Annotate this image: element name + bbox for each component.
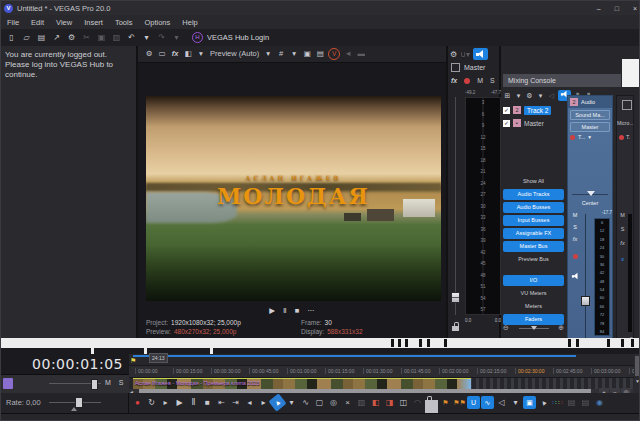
trim-end-button[interactable]: ◨ [383, 396, 396, 409]
view-audio-busses[interactable]: Audio Busses [503, 202, 564, 213]
vegas-hub-login-button[interactable]: H VEGAS Hub Login [192, 32, 269, 43]
track-solo-button[interactable]: S [119, 379, 124, 386]
normal-edit-tool-button[interactable]: ▲ [268, 393, 286, 411]
menu-item[interactable]: Tools [109, 18, 139, 27]
project-properties-icon[interactable]: ⚙ [144, 48, 154, 60]
mixer-zoom-slider[interactable] [519, 328, 549, 329]
view-show-all[interactable]: Show All [503, 176, 564, 187]
undo-dropdown-icon[interactable]: ▾ [139, 31, 154, 44]
u-panel-button[interactable]: U [467, 396, 480, 409]
preview-video-badge[interactable]: V [328, 48, 340, 60]
strip-solo-button[interactable]: S [570, 224, 580, 230]
envelope-tool-button[interactable]: ∿ [299, 396, 312, 409]
master-mute-button[interactable]: M [477, 77, 483, 84]
edit-tool-dropdown[interactable]: ▾ [285, 396, 298, 409]
menu-item[interactable]: Edit [25, 18, 50, 27]
mixer-settings-icon[interactable]: ⚙ [525, 90, 534, 101]
split-screen-dropdown-icon[interactable]: ▾ [196, 48, 206, 60]
overlays-grid-icon[interactable]: # [276, 48, 286, 60]
view-io[interactable]: I/O [503, 275, 564, 286]
menu-item[interactable]: Insert [78, 18, 109, 27]
mixer-zoom-out-icon[interactable]: ⊖ [503, 324, 509, 332]
crossfade-button[interactable]: ◠ [411, 396, 424, 409]
record-button[interactable]: ● [131, 396, 144, 409]
track-checkbox[interactable]: ✓ [503, 107, 510, 114]
scroll-down-icon[interactable]: ▼ [634, 378, 640, 384]
strip-record-icon[interactable] [619, 135, 624, 140]
overview-scroll-strip[interactable] [1, 338, 640, 348]
marker-flag-icon[interactable]: ⚑ [130, 357, 136, 365]
paste-icon[interactable]: ▥ [109, 31, 124, 44]
menu-item[interactable]: Help [176, 18, 203, 27]
trim-button[interactable]: ▥ [355, 396, 368, 409]
preview-quality-dropdown-icon[interactable]: ▾ [263, 48, 273, 60]
dim-icon-b[interactable]: ▬ [356, 48, 366, 60]
mixer-track-row[interactable]: ✓ ▪ Master [503, 117, 573, 129]
preview-stop-button[interactable]: ■ [295, 306, 300, 315]
menu-item[interactable]: Options [138, 18, 176, 27]
external-monitor-icon[interactable]: ▭ [157, 48, 167, 60]
master-solo-button[interactable]: S [490, 77, 495, 84]
track-volume-handle[interactable] [91, 379, 98, 390]
track-checkbox[interactable]: ✓ [503, 120, 510, 127]
mixer-zoom-in-icon[interactable]: ⊕ [558, 324, 564, 332]
loop-playback-button[interactable]: ↻ [145, 396, 158, 409]
insert-marker-button[interactable]: ⚑ [439, 396, 452, 409]
video-output-fx-icon[interactable]: fx [170, 48, 180, 60]
dock-view-icon[interactable]: ⊞ [503, 90, 512, 101]
vscrollbar-thumb[interactable] [635, 356, 640, 376]
strip-mute-button[interactable]: M [618, 212, 627, 218]
envelope-edit-button[interactable]: ∿ [481, 396, 494, 409]
master-fx-button[interactable]: fx [451, 77, 457, 84]
master-lock-icon[interactable] [452, 326, 459, 331]
downmix-icon[interactable]: ◁ [547, 90, 556, 101]
cut-icon[interactable]: ✂ [79, 31, 94, 44]
fade-button[interactable]: ◫ [397, 396, 410, 409]
time-ruler[interactable]: 00:00:0000:00:15:0000:00:30:0000:00:45:0… [129, 365, 634, 378]
undo-icon[interactable]: ↶ [124, 31, 139, 44]
close-button[interactable]: × [633, 5, 637, 12]
strip-speaker-icon[interactable] [570, 272, 580, 281]
strip-fx-button[interactable]: fx [618, 240, 627, 246]
track-color-icon[interactable] [3, 378, 13, 389]
redo-dropdown-icon[interactable]: ▾ [169, 31, 184, 44]
previous-frame-button[interactable]: ◂ [243, 396, 256, 409]
next-frame-button[interactable]: ▸ [257, 396, 270, 409]
strip-record-icon[interactable] [570, 135, 575, 140]
lock-button[interactable] [425, 396, 438, 409]
dim-icon-a[interactable]: ◄ [343, 48, 353, 60]
split-screen-view-icon[interactable]: ◧ [183, 48, 193, 60]
menu-item[interactable]: File [1, 18, 25, 27]
view-audio-tracks[interactable]: Audio Tracks [503, 189, 564, 200]
redo-icon[interactable]: ↷ [154, 31, 169, 44]
project-properties-icon[interactable]: ⚙ [64, 31, 79, 44]
track-mute-button[interactable]: M [105, 379, 111, 386]
master-record-icon[interactable] [464, 78, 470, 84]
dock-view-dropdown-icon[interactable]: ▾ [514, 90, 523, 101]
copy-icon[interactable]: ▣ [94, 31, 109, 44]
strip-fader-handle[interactable] [581, 296, 590, 306]
color-grading-button[interactable]: ∷ [551, 396, 564, 409]
view-assignable-fx[interactable]: Assignable FX [503, 228, 564, 239]
mixer-settings-dropdown-icon[interactable]: ▾ [536, 90, 545, 101]
zoom-tool-button[interactable]: ◎ [327, 396, 340, 409]
go-to-end-button[interactable]: ⇥ [229, 396, 242, 409]
audio-levels-dropdown[interactable]: ▾ [509, 396, 522, 409]
pause-button[interactable]: Ⅱ [187, 396, 200, 409]
save-snapshot-icon[interactable]: ▤ [315, 48, 325, 60]
view-input-busses[interactable]: Input Busses [503, 215, 564, 226]
view-master-bus[interactable]: Master Bus [503, 241, 564, 252]
insert-region-button[interactable]: ⚑⚑ [453, 396, 466, 409]
strip-io-icon[interactable]: ≡ [618, 256, 627, 262]
split-button[interactable]: × [341, 396, 354, 409]
strip-mute-button[interactable]: M [570, 212, 580, 218]
strip-input-dropdown-icon[interactable]: ▾ [588, 134, 591, 140]
strip-fx-button[interactable]: fx [570, 236, 580, 242]
minimize-button[interactable]: – [597, 5, 601, 12]
master-speaker-icon[interactable] [473, 48, 488, 60]
downmix-icon[interactable]: ∪▾ [460, 50, 470, 59]
copy-snapshot-icon[interactable]: ▣ [302, 48, 312, 60]
save-project-icon[interactable]: ▤ [34, 31, 49, 44]
view-preview-bus[interactable]: Preview Bus [503, 254, 564, 265]
maximize-button[interactable]: □ [615, 5, 619, 12]
